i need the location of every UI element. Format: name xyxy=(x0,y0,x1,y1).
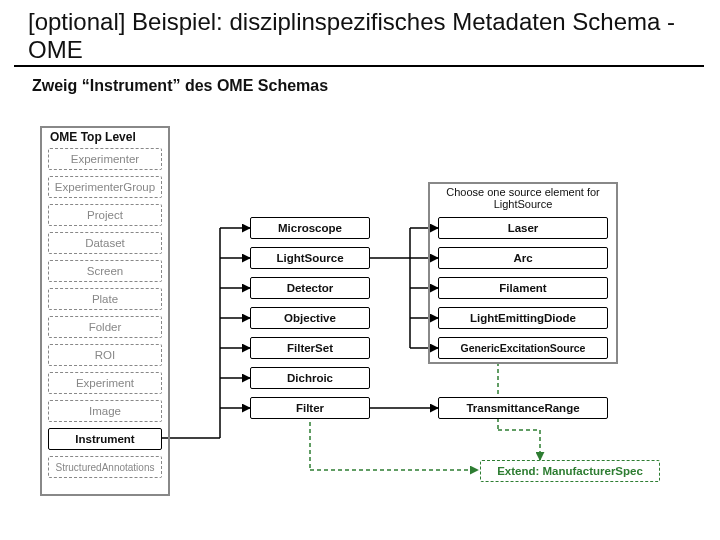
node-project: Project xyxy=(48,204,162,226)
node-structuredannotations: StructuredAnnotations xyxy=(48,456,162,478)
node-filament: Filament xyxy=(438,277,608,299)
node-detector: Detector xyxy=(250,277,370,299)
node-filter: Filter xyxy=(250,397,370,419)
node-experimentergroup: ExperimenterGroup xyxy=(48,176,162,198)
diagram-canvas: OME Top Level Choose one source element … xyxy=(0,120,720,520)
node-image: Image xyxy=(48,400,162,422)
node-dataset: Dataset xyxy=(48,232,162,254)
node-microscope: Microscope xyxy=(250,217,370,239)
node-genericexcitation: GenericExcitationSource xyxy=(438,337,608,359)
node-folder: Folder xyxy=(48,316,162,338)
node-filterset: FilterSet xyxy=(250,337,370,359)
node-led: LightEmittingDiode xyxy=(438,307,608,329)
node-dichroic: Dichroic xyxy=(250,367,370,389)
page-subtitle: Zweig “Instrument” des OME Schemas xyxy=(0,77,720,103)
node-plate: Plate xyxy=(48,288,162,310)
node-lightsource: LightSource xyxy=(250,247,370,269)
node-transmittancerange: TransmittanceRange xyxy=(438,397,608,419)
node-experimenter: Experimenter xyxy=(48,148,162,170)
page-title: [optional] Beispiel: disziplinspezifisch… xyxy=(14,0,704,67)
node-arc: Arc xyxy=(438,247,608,269)
node-objective: Objective xyxy=(250,307,370,329)
group-label-left: OME Top Level xyxy=(50,130,136,144)
node-experiment: Experiment xyxy=(48,372,162,394)
node-roi: ROI xyxy=(48,344,162,366)
node-screen: Screen xyxy=(48,260,162,282)
node-instrument: Instrument xyxy=(48,428,162,450)
node-manufacturerspec: Extend: ManufacturerSpec xyxy=(480,460,660,482)
node-laser: Laser xyxy=(438,217,608,239)
group-label-right: Choose one source element for LightSourc… xyxy=(438,186,608,210)
